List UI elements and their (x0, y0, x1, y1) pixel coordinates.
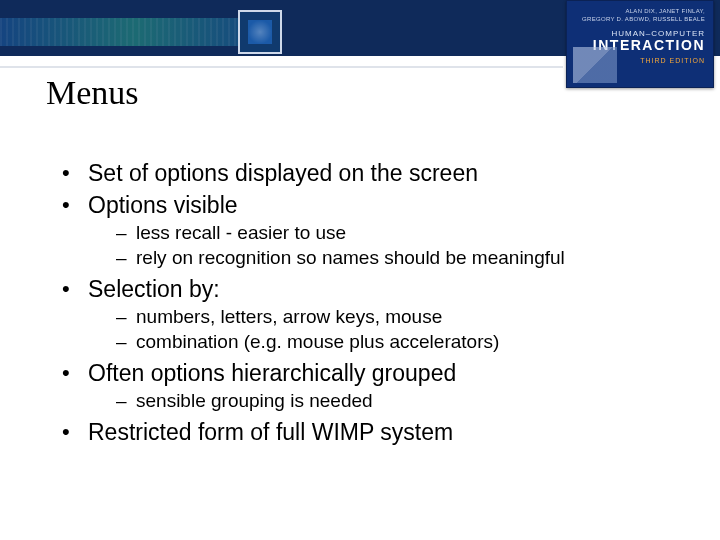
book-authors: ALAN DIX, JANET FINLAY, GREGORY D. ABOWD… (575, 7, 705, 23)
bullet-item: Options visible less recall - easier to … (58, 190, 690, 270)
sub-text: combination (e.g. mouse plus accelerator… (136, 331, 499, 352)
bullet-item: Often options hierarchically grouped sen… (58, 358, 690, 413)
sub-item: numbers, letters, arrow keys, mouse (116, 304, 690, 329)
sub-text: numbers, letters, arrow keys, mouse (136, 306, 442, 327)
book-cover-card: ALAN DIX, JANET FINLAY, GREGORY D. ABOWD… (566, 0, 714, 88)
sub-list: numbers, letters, arrow keys, mouse comb… (88, 304, 690, 354)
slide-body: Set of options displayed on the screen O… (58, 158, 690, 449)
bullet-text: Often options hierarchically grouped (88, 360, 456, 386)
sub-item: rely on recognition so names should be m… (116, 245, 690, 270)
sub-text: rely on recognition so names should be m… (136, 247, 565, 268)
bullet-text: Selection by: (88, 276, 220, 302)
sub-item: less recall - easier to use (116, 220, 690, 245)
sub-text: sensible grouping is needed (136, 390, 373, 411)
slide-title: Menus (46, 74, 139, 112)
banner-chip-icon (238, 10, 282, 54)
bullet-item: Restricted form of full WIMP system (58, 417, 690, 447)
bullet-text: Restricted form of full WIMP system (88, 419, 453, 445)
sub-item: combination (e.g. mouse plus accelerator… (116, 329, 690, 354)
header-underline (0, 56, 563, 68)
sub-text: less recall - easier to use (136, 222, 346, 243)
bullet-list: Set of options displayed on the screen O… (58, 158, 690, 447)
book-authors-line1: ALAN DIX, JANET FINLAY, (625, 8, 705, 14)
bullet-item: Selection by: numbers, letters, arrow ke… (58, 274, 690, 354)
bullet-text: Options visible (88, 192, 238, 218)
book-authors-line2: GREGORY D. ABOWD, RUSSELL BEALE (582, 16, 705, 22)
sub-list: sensible grouping is needed (88, 388, 690, 413)
sub-item: sensible grouping is needed (116, 388, 690, 413)
bullet-item: Set of options displayed on the screen (58, 158, 690, 188)
book-cover-image-icon (573, 47, 617, 83)
bullet-text: Set of options displayed on the screen (88, 160, 478, 186)
sub-list: less recall - easier to use rely on reco… (88, 220, 690, 270)
slide: ALAN DIX, JANET FINLAY, GREGORY D. ABOWD… (0, 0, 720, 540)
banner-pattern (0, 18, 270, 46)
